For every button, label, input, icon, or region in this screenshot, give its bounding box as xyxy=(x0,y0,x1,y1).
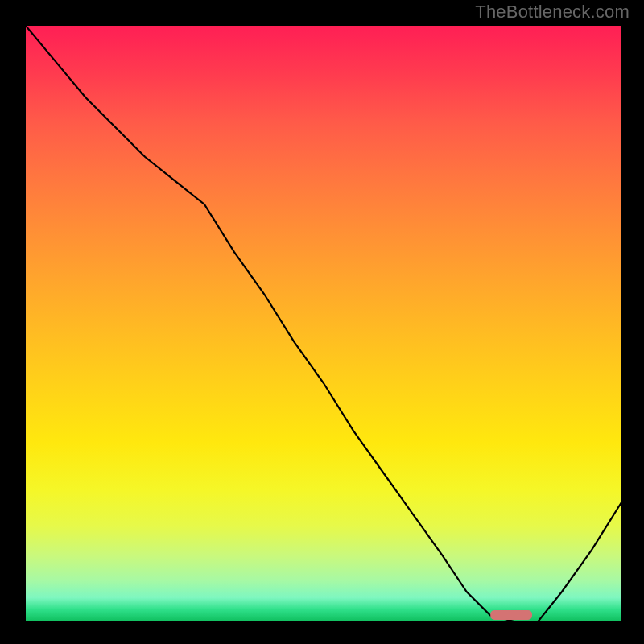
chart-frame: TheBottleneck.com xyxy=(0,0,644,644)
gradient-plot-area xyxy=(26,26,621,621)
watermark-label: TheBottleneck.com xyxy=(475,2,630,23)
